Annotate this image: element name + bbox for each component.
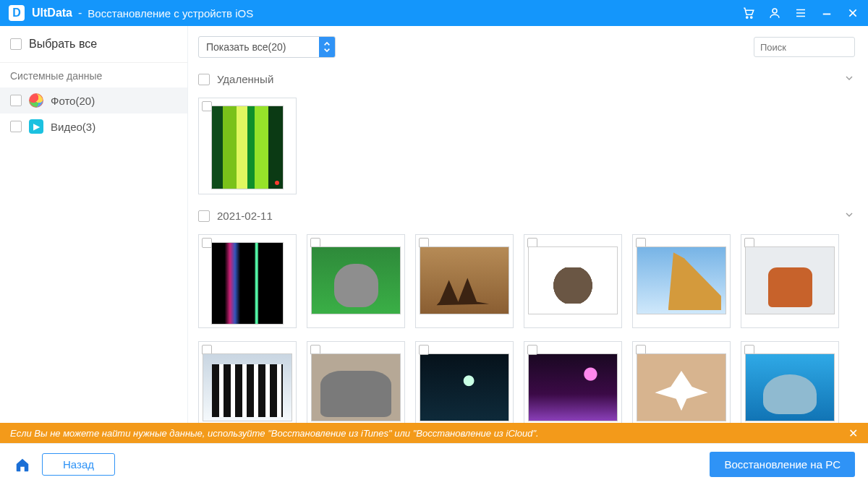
menu-icon[interactable] (794, 7, 807, 20)
thumb-image (211, 106, 284, 189)
filter-label: Показать все(20) (206, 41, 286, 53)
thumb-image (211, 242, 284, 325)
thumb-image (528, 246, 618, 314)
thumb-image (420, 246, 509, 314)
search-box[interactable] (754, 37, 855, 57)
chevron-down-icon[interactable] (843, 209, 855, 223)
app-logo: D (9, 5, 25, 21)
sidebar-item-video[interactable]: ▶ Видео(3) (0, 113, 187, 140)
back-button[interactable]: Назад (42, 453, 115, 476)
video-icon: ▶ (29, 119, 43, 134)
thumb-image (745, 246, 835, 314)
svg-point-0 (746, 17, 748, 18)
photo-thumb[interactable] (198, 234, 297, 328)
sidebar-item-label: Видео(3) (51, 121, 95, 133)
thumb-checkbox[interactable] (527, 345, 537, 355)
home-icon[interactable] (13, 455, 32, 474)
photo-thumb[interactable] (524, 234, 622, 328)
sidebar-item-photo[interactable]: Фото(20) (0, 87, 187, 113)
photo-thumb[interactable] (307, 341, 405, 423)
svg-point-1 (751, 17, 752, 18)
cart-icon[interactable] (742, 7, 755, 20)
thumb-image (203, 353, 292, 421)
section-header[interactable]: 2021-02-11 (198, 206, 855, 228)
notice-text: Если Вы не можете найти нужные данные, и… (10, 428, 539, 439)
photo-thumb[interactable] (741, 341, 839, 423)
photo-thumb[interactable] (632, 341, 731, 423)
recover-to-pc-button[interactable]: Восстановление на PC (710, 452, 855, 477)
app-name: UltData (32, 7, 72, 20)
select-all-checkbox[interactable] (10, 38, 22, 50)
photo-thumb[interactable] (415, 341, 514, 423)
notice-bar: Если Вы не можете найти нужные данные, и… (0, 423, 868, 443)
section-title: 2021-02-11 (217, 210, 273, 222)
dropdown-toggle-icon[interactable] (319, 37, 335, 57)
section-date: 2021-02-11 (198, 206, 855, 423)
thumb-image (420, 353, 509, 421)
select-all-row[interactable]: Выбрать все (0, 26, 187, 63)
thumb-image (311, 246, 401, 314)
titlebar: D UltData - Восстановление с устройств i… (0, 0, 868, 26)
toolbar: Показать все(20) (198, 36, 855, 58)
thumb-image (745, 353, 835, 421)
main-area: Показать все(20) Удаленный (188, 26, 868, 423)
photo-thumb[interactable] (307, 234, 405, 328)
thumb-checkbox[interactable] (419, 345, 429, 355)
sidebar: Выбрать все Системные данные Фото(20) ▶ … (0, 26, 188, 423)
thumb-image (637, 246, 726, 314)
photo-thumb[interactable] (198, 98, 297, 194)
thumb-image (311, 353, 401, 421)
thumb-image (637, 353, 726, 421)
photo-thumb[interactable] (741, 234, 839, 328)
chevron-down-icon[interactable] (843, 72, 855, 86)
notice-close-icon[interactable]: ✕ (848, 426, 858, 440)
sidebar-item-checkbox[interactable] (10, 121, 22, 132)
footer: Назад Восстановление на PC (0, 443, 868, 485)
sidebar-category-header: Системные данные (0, 63, 187, 87)
section-title: Удаленный (217, 73, 273, 85)
svg-point-2 (773, 9, 777, 13)
section-deleted: Удаленный (198, 69, 855, 194)
filter-select[interactable]: Показать все(20) (198, 36, 336, 58)
section-checkbox[interactable] (198, 210, 210, 222)
thumb-image (528, 353, 618, 421)
section-header[interactable]: Удаленный (198, 69, 855, 92)
search-input[interactable] (760, 42, 868, 53)
user-icon[interactable] (768, 7, 781, 20)
section-checkbox[interactable] (198, 74, 210, 85)
app-subtitle: Восстановление с устройств iOS (88, 7, 253, 20)
thumb-checkbox[interactable] (202, 101, 212, 111)
select-all-label: Выбрать все (29, 38, 97, 51)
photo-thumb[interactable] (415, 234, 514, 328)
sidebar-item-checkbox[interactable] (10, 95, 22, 106)
minimize-icon[interactable] (820, 7, 833, 20)
close-icon[interactable] (846, 7, 859, 20)
photo-icon (29, 93, 43, 108)
photo-thumb[interactable] (632, 234, 731, 328)
photo-thumb[interactable] (198, 341, 297, 423)
thumb-checkbox[interactable] (202, 238, 212, 248)
photo-thumb[interactable] (524, 341, 622, 423)
sidebar-item-label: Фото(20) (51, 95, 95, 107)
title-separator: - (78, 7, 82, 20)
